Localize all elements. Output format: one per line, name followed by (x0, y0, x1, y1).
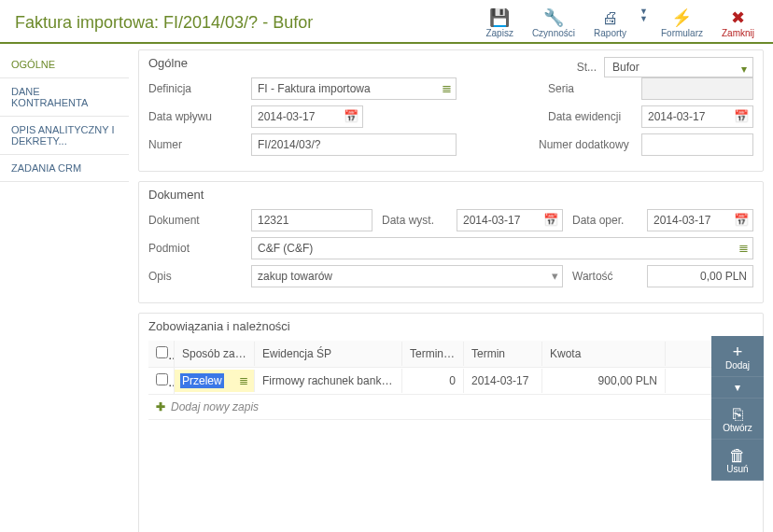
cell-termin: 2014-03-17 (464, 369, 542, 393)
sidebar-item-dane-kontrahenta[interactable]: DANE KONTRAHENTA (0, 78, 129, 117)
toolbar-dropdown[interactable]: ▼▼ (636, 7, 652, 22)
rail-open-label: Otwórz (723, 423, 752, 433)
save-icon: 💾 (485, 7, 513, 28)
select-all-checkbox[interactable] (156, 346, 168, 358)
actions-button[interactable]: 🔧 Czynności (523, 7, 584, 38)
rail-open-button[interactable]: ⎘ Otwórz (711, 399, 764, 440)
status-value: Bufor (612, 61, 639, 74)
podmiot-label: Podmiot (148, 242, 242, 255)
definicja-label: Definicja (148, 82, 242, 95)
numer-input[interactable]: FI/2014/03/? (251, 133, 457, 156)
cell-sposob[interactable]: Przelew ≣ (175, 370, 255, 392)
seria-input[interactable] (641, 77, 753, 100)
numer-dodatkowy-input[interactable] (641, 133, 753, 156)
plus-icon: + (711, 343, 764, 360)
dokument-input[interactable]: 12321 (251, 209, 372, 231)
grid-header: Sposób zapł.. Ewidencja ŚP Termin (... T… (148, 341, 753, 368)
data-wplywu-label: Data wpływu (148, 110, 242, 123)
save-button[interactable]: 💾 Zapisz (476, 7, 522, 38)
reports-label: Raporty (594, 28, 626, 38)
cell-ewidencja: Firmowy rachunek bankowy (255, 369, 402, 393)
sidebar-item-opis-analityczny[interactable]: OPIS ANALITYCZNY I DEKRETY... (0, 117, 129, 155)
row-checkbox[interactable] (156, 373, 168, 385)
dokument-label: Dokument (148, 214, 242, 227)
podmiot-input[interactable]: C&F (C&F) (251, 237, 753, 259)
close-icon: ✖ (722, 7, 754, 28)
numer-dodatkowy-label: Numer dodatkowy (539, 138, 632, 151)
col-kwota[interactable]: Kwota (542, 342, 666, 366)
definicja-input[interactable]: FI - Faktura importowa (251, 77, 457, 100)
calendar-icon[interactable]: 📅 (543, 213, 558, 227)
chevron-down-icon: ▾ (741, 63, 747, 76)
col-termin[interactable]: Termin (464, 342, 542, 366)
sposob-value: Przelew (180, 373, 224, 388)
opis-label: Opis (148, 270, 242, 283)
list-icon[interactable]: ≣ (738, 241, 749, 255)
rail-add-button[interactable]: + Dodaj (711, 336, 764, 377)
rail-delete-button[interactable]: 🗑 Usuń (711, 440, 764, 481)
calendar-icon[interactable]: 📅 (734, 213, 749, 227)
rail-delete-label: Usuń (726, 464, 748, 474)
list-icon[interactable]: ≣ (442, 81, 452, 95)
form-button[interactable]: ⚡ Formularz (652, 7, 712, 38)
plus-icon: ✚ (156, 400, 165, 413)
add-row-label: Dodaj nowy zapis (171, 400, 259, 413)
col-sposob[interactable]: Sposób zapł.. (175, 342, 255, 366)
save-label: Zapisz (485, 28, 513, 38)
opis-input[interactable]: zakup towarów (251, 265, 563, 287)
chevron-down-icon[interactable]: ▾ (552, 269, 558, 283)
table-row[interactable]: Przelew ≣ Firmowy rachunek bankowy 0 201… (148, 368, 753, 395)
trash-icon: 🗑 (711, 447, 764, 464)
status-select[interactable]: Bufor ▾ (604, 57, 753, 77)
seria-label: Seria (548, 82, 632, 95)
wartosc-label: Wartość (572, 270, 638, 283)
section-ogolne: Ogólne St... Bufor ▾ Definicja FI - Fakt… (138, 49, 764, 172)
numer-label: Numer (148, 138, 242, 151)
page-title: Faktura importowa: FI/2014/03/? - Bufor (15, 13, 476, 33)
wartosc-input[interactable]: 0,00 PLN (647, 265, 753, 287)
close-button[interactable]: ✖ Zamknij (712, 7, 764, 38)
section-dokument: Dokument Dokument 12321 Data wyst. 2014-… (138, 181, 764, 303)
list-icon[interactable]: ≣ (239, 374, 248, 387)
sidebar-item-ogolne[interactable]: OGÓLNE (0, 51, 129, 78)
sidebar-item-zadania-crm[interactable]: ZADANIA CRM (0, 155, 129, 182)
rail-collapse[interactable]: ▾ (711, 377, 764, 399)
open-icon: ⎘ (711, 406, 764, 423)
status-label: St... (577, 61, 597, 74)
rail-add-label: Dodaj (725, 360, 750, 371)
section-title-dokument: Dokument (148, 188, 753, 202)
toolbar: 💾 Zapisz 🔧 Czynności 🖨 Raporty ▼▼ ⚡ Form… (476, 7, 764, 38)
section-title-ogolne: Ogólne (148, 56, 188, 70)
actions-label: Czynności (532, 28, 575, 38)
cell-kwota: 900,00 PLN (542, 369, 666, 393)
close-label: Zamknij (722, 28, 754, 38)
data-oper-label: Data oper. (572, 214, 638, 227)
col-ewidencja[interactable]: Ewidencja ŚP (255, 342, 402, 366)
bolt-icon: ⚡ (661, 7, 703, 28)
printer-icon: 🖨 (594, 7, 626, 28)
form-label: Formularz (661, 28, 703, 38)
section-zobowiazania: Zobowiązania i należności Sposób zapł.. … (138, 313, 764, 532)
sidebar: OGÓLNE DANE KONTRAHENTA OPIS ANALITYCZNY… (0, 44, 129, 532)
action-rail: + Dodaj ▾ ⎘ Otwórz 🗑 Usuń (711, 336, 764, 481)
col-termin-dni[interactable]: Termin (... (402, 342, 464, 366)
data-ewidencji-label: Data ewidencji (548, 110, 632, 123)
cell-termin-dni: 0 (402, 369, 464, 393)
calendar-icon[interactable]: 📅 (734, 109, 749, 123)
data-wyst-label: Data wyst. (382, 214, 447, 227)
section-title-zobowiazania: Zobowiązania i należności (148, 319, 753, 333)
wrench-icon: 🔧 (532, 7, 575, 28)
reports-button[interactable]: 🖨 Raporty (584, 7, 636, 38)
add-row[interactable]: ✚ Dodaj nowy zapis (148, 395, 753, 420)
calendar-icon[interactable]: 📅 (344, 109, 358, 123)
